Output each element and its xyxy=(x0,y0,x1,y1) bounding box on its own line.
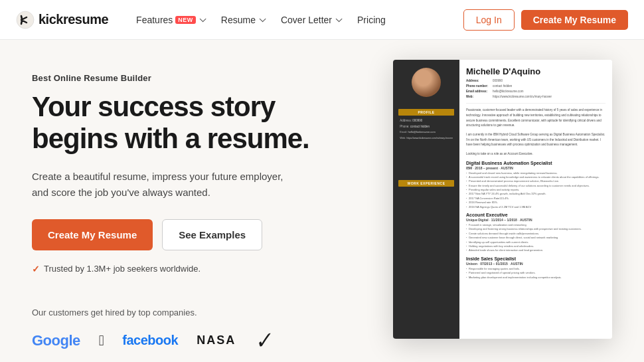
google-logo: Google xyxy=(32,332,80,349)
features-label: Features xyxy=(136,15,173,25)
cover-letter-label: Cover Letter xyxy=(281,15,332,25)
main-content: Best Online Resume Builder Your success … xyxy=(0,40,644,353)
nav-cover-letter[interactable]: Cover Letter xyxy=(274,11,348,29)
login-button[interactable]: Log In xyxy=(463,9,515,31)
features-chevron-icon xyxy=(199,18,205,22)
see-examples-button[interactable]: See Examples xyxy=(162,219,262,250)
resume-job2-bullets: Focused in storage, virtualization and n… xyxy=(466,223,605,253)
resume-right-panel: Michelle D'Aquino Address: 000990 Phone … xyxy=(459,60,612,339)
trust-text: Trusted by 1.3M+ job seekers worldwide. xyxy=(44,264,201,274)
resume-chevron-icon xyxy=(258,18,265,22)
resume-job3-company: Unison · 07/2013 – 01/2015 · AUSTIN xyxy=(466,262,605,266)
resume-preview: PROFILE Address: 000990 Phone: contact h… xyxy=(393,60,612,339)
resume-job3-bullets: Responsible for managing quotes and bids… xyxy=(466,267,605,280)
resume-job3-title: Inside Sales Specialist xyxy=(466,256,605,261)
trust-badge: ✓ Trusted by 1.3M+ job seekers worldwide… xyxy=(32,264,315,274)
profile-section-label: PROFILE xyxy=(398,109,454,116)
work-section-label: WORK EXPERIENCE xyxy=(398,180,454,187)
resume-job2-company: Unique Digital · 11/2014 – 1/2018 · AUST… xyxy=(466,218,605,222)
svg-point-0 xyxy=(17,11,34,29)
nav-features[interactable]: Features NEW xyxy=(129,11,212,29)
resume-avatar-image xyxy=(412,68,441,97)
logo-text: kickresume xyxy=(39,12,108,27)
resume-name: Michelle D'Aquino xyxy=(466,66,605,76)
apple-logo:  xyxy=(99,332,104,349)
resume-profile-text3: Looking to take on a role as an Account … xyxy=(466,151,605,157)
cta-buttons: Create My Resume See Examples xyxy=(32,219,315,250)
resume-job2-title: Account Executive xyxy=(466,213,605,217)
resume-job1-bullets: Developed and closed new business, while… xyxy=(466,171,605,210)
right-side: PROFILE Address: 000990 Phone: contact h… xyxy=(329,66,612,353)
companies-section: Our customers get hired by top companies… xyxy=(32,308,315,353)
create-resume-nav-button[interactable]: Create My Resume xyxy=(521,10,628,30)
nasa-logo: NASA xyxy=(197,333,236,347)
left-side: Best Online Resume Builder Your success … xyxy=(32,66,315,353)
nav-pricing[interactable]: Pricing xyxy=(351,11,392,29)
hero-title: Your success story begins with a resume. xyxy=(32,91,315,155)
resume-left-profile-text: Address: 000990 Phone: contact hidden Em… xyxy=(400,118,453,140)
nike-logo: ✓ xyxy=(252,327,274,355)
navbar: kickresume Features NEW Resume Cover Let… xyxy=(0,0,644,40)
resume-avatar xyxy=(412,68,441,97)
logo-area[interactable]: kickresume xyxy=(16,11,108,29)
resume-left-panel: PROFILE Address: 000990 Phone: contact h… xyxy=(393,60,459,339)
nav-links: Features NEW Resume Cover Letter Pricing xyxy=(129,11,463,29)
facebook-logo: facebook xyxy=(122,333,178,348)
resume-profile-text2: I am currently in the IBM Hybrid Cloud S… xyxy=(466,132,605,147)
resume-job1-title: Digital Business Automation Specialist xyxy=(466,161,605,165)
nav-actions: Log In Create My Resume xyxy=(463,9,628,31)
resume-profile-text1: Passionate, customer-focused leader with… xyxy=(466,108,605,128)
hero-description: Create a beautiful resume, impress your … xyxy=(32,169,284,201)
companies-label: Our customers get hired by top companies… xyxy=(32,308,315,317)
logo-icon xyxy=(16,11,35,29)
page-subtitle: Best Online Resume Builder xyxy=(32,73,315,83)
companies-logos: Google  facebook NASA ✓ xyxy=(32,328,315,353)
create-resume-main-button[interactable]: Create My Resume xyxy=(32,219,153,250)
new-badge: NEW xyxy=(175,16,196,24)
resume-contact-info: Address: 000990 Phone number: contact hi… xyxy=(466,78,605,104)
nav-resume[interactable]: Resume xyxy=(214,11,272,29)
cover-letter-chevron-icon xyxy=(335,18,341,22)
check-icon: ✓ xyxy=(32,264,40,274)
resume-label: Resume xyxy=(221,15,256,25)
resume-job1-company: IBM · 2018 – present · AUSTIN xyxy=(466,166,605,170)
